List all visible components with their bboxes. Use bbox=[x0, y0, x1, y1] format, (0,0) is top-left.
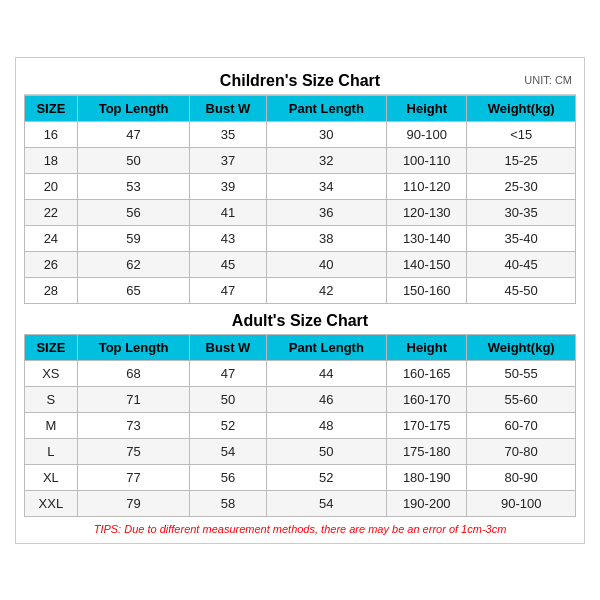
table-cell: 35 bbox=[190, 121, 266, 147]
table-cell: 20 bbox=[25, 173, 78, 199]
table-cell: 43 bbox=[190, 225, 266, 251]
table-cell: 77 bbox=[77, 464, 190, 490]
table-cell: 16 bbox=[25, 121, 78, 147]
table-cell: 71 bbox=[77, 386, 190, 412]
table-cell: 53 bbox=[77, 173, 190, 199]
table-cell: 30 bbox=[266, 121, 387, 147]
table-cell: 28 bbox=[25, 277, 78, 303]
adult-col-bust-w: Bust W bbox=[190, 334, 266, 360]
table-cell: 70-80 bbox=[467, 438, 576, 464]
table-cell: 60-70 bbox=[467, 412, 576, 438]
children-header: SIZE Top Length Bust W Pant Length Heigh… bbox=[25, 95, 576, 121]
table-cell: 44 bbox=[266, 360, 387, 386]
table-cell: 50 bbox=[190, 386, 266, 412]
adult-table: SIZE Top Length Bust W Pant Length Heigh… bbox=[24, 334, 576, 517]
table-cell: 79 bbox=[77, 490, 190, 516]
table-cell: 38 bbox=[266, 225, 387, 251]
children-table: SIZE Top Length Bust W Pant Length Heigh… bbox=[24, 95, 576, 304]
table-cell: 45-50 bbox=[467, 277, 576, 303]
table-cell: 58 bbox=[190, 490, 266, 516]
table-cell: 42 bbox=[266, 277, 387, 303]
adult-col-pant-length: Pant Length bbox=[266, 334, 387, 360]
table-row: L755450175-18070-80 bbox=[25, 438, 576, 464]
table-cell: 24 bbox=[25, 225, 78, 251]
table-cell: XL bbox=[25, 464, 78, 490]
table-cell: 40 bbox=[266, 251, 387, 277]
table-cell: XXL bbox=[25, 490, 78, 516]
table-cell: 175-180 bbox=[387, 438, 467, 464]
table-cell: 54 bbox=[266, 490, 387, 516]
table-cell: 41 bbox=[190, 199, 266, 225]
table-cell: 59 bbox=[77, 225, 190, 251]
table-cell: 32 bbox=[266, 147, 387, 173]
table-cell: 130-140 bbox=[387, 225, 467, 251]
adult-col-height: Height bbox=[387, 334, 467, 360]
table-cell: 52 bbox=[190, 412, 266, 438]
table-cell: L bbox=[25, 438, 78, 464]
table-cell: 110-120 bbox=[387, 173, 467, 199]
table-cell: 37 bbox=[190, 147, 266, 173]
table-cell: 47 bbox=[77, 121, 190, 147]
table-cell: 36 bbox=[266, 199, 387, 225]
table-cell: 50 bbox=[77, 147, 190, 173]
table-cell: 54 bbox=[190, 438, 266, 464]
children-title: Children's Size Chart bbox=[220, 72, 380, 89]
table-row: 22564136120-13030-35 bbox=[25, 199, 576, 225]
table-row: XXL795854190-20090-100 bbox=[25, 490, 576, 516]
table-row: 1647353090-100<15 bbox=[25, 121, 576, 147]
table-cell: 65 bbox=[77, 277, 190, 303]
children-tbody: 1647353090-100<1518503732100-11015-25205… bbox=[25, 121, 576, 303]
table-cell: S bbox=[25, 386, 78, 412]
table-cell: 190-200 bbox=[387, 490, 467, 516]
table-cell: 150-160 bbox=[387, 277, 467, 303]
table-cell: 56 bbox=[77, 199, 190, 225]
adult-col-size: SIZE bbox=[25, 334, 78, 360]
table-cell: 80-90 bbox=[467, 464, 576, 490]
adult-col-weight: Weight(kg) bbox=[467, 334, 576, 360]
table-row: XS684744160-16550-55 bbox=[25, 360, 576, 386]
adult-header: SIZE Top Length Bust W Pant Length Heigh… bbox=[25, 334, 576, 360]
table-cell: 46 bbox=[266, 386, 387, 412]
table-cell: 90-100 bbox=[467, 490, 576, 516]
table-cell: 35-40 bbox=[467, 225, 576, 251]
table-row: 20533934110-12025-30 bbox=[25, 173, 576, 199]
adult-tbody: XS684744160-16550-55S715046160-17055-60M… bbox=[25, 360, 576, 516]
table-cell: 50 bbox=[266, 438, 387, 464]
table-cell: 18 bbox=[25, 147, 78, 173]
table-cell: 25-30 bbox=[467, 173, 576, 199]
adult-title: Adult's Size Chart bbox=[24, 304, 576, 334]
table-cell: 47 bbox=[190, 360, 266, 386]
table-cell: 62 bbox=[77, 251, 190, 277]
table-cell: 140-150 bbox=[387, 251, 467, 277]
col-height: Height bbox=[387, 95, 467, 121]
col-bust-w: Bust W bbox=[190, 95, 266, 121]
table-cell: 39 bbox=[190, 173, 266, 199]
table-cell: 50-55 bbox=[467, 360, 576, 386]
col-top-length: Top Length bbox=[77, 95, 190, 121]
table-cell: 160-170 bbox=[387, 386, 467, 412]
table-row: 24594338130-14035-40 bbox=[25, 225, 576, 251]
table-cell: 48 bbox=[266, 412, 387, 438]
table-cell: 15-25 bbox=[467, 147, 576, 173]
table-cell: 47 bbox=[190, 277, 266, 303]
col-size: SIZE bbox=[25, 95, 78, 121]
table-cell: 34 bbox=[266, 173, 387, 199]
table-cell: 22 bbox=[25, 199, 78, 225]
table-cell: 52 bbox=[266, 464, 387, 490]
table-cell: 55-60 bbox=[467, 386, 576, 412]
table-cell: 170-175 bbox=[387, 412, 467, 438]
table-cell: 68 bbox=[77, 360, 190, 386]
col-pant-length: Pant Length bbox=[266, 95, 387, 121]
table-cell: 30-35 bbox=[467, 199, 576, 225]
table-cell: M bbox=[25, 412, 78, 438]
table-cell: 160-165 bbox=[387, 360, 467, 386]
table-cell: 100-110 bbox=[387, 147, 467, 173]
table-cell: 75 bbox=[77, 438, 190, 464]
table-row: 18503732100-11015-25 bbox=[25, 147, 576, 173]
table-row: XL775652180-19080-90 bbox=[25, 464, 576, 490]
table-cell: 180-190 bbox=[387, 464, 467, 490]
table-cell: <15 bbox=[467, 121, 576, 147]
unit-label: UNIT: CM bbox=[524, 74, 572, 86]
table-cell: 45 bbox=[190, 251, 266, 277]
table-row: M735248170-17560-70 bbox=[25, 412, 576, 438]
